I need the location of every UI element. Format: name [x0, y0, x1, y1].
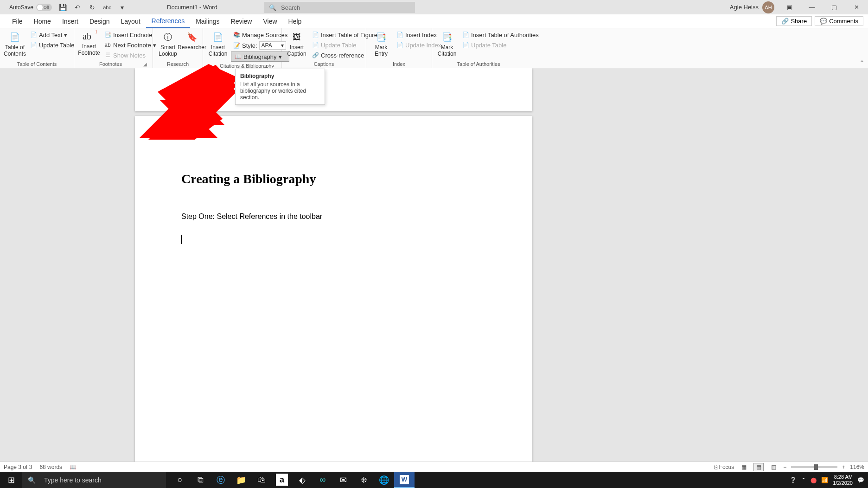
caption-icon: 🖼 — [291, 31, 303, 43]
web-layout-icon[interactable]: ▥ — [768, 463, 779, 471]
clock[interactable]: 8:28 AM 1/2/2020 — [833, 474, 853, 486]
tab-review[interactable]: Review — [225, 14, 258, 28]
add-text-button[interactable]: 📄Add Text ▾ — [28, 30, 76, 39]
word-count[interactable]: 68 words — [39, 464, 62, 470]
read-mode-icon[interactable]: ▦ — [739, 463, 749, 471]
autosave-label: AutoSave — [9, 4, 33, 11]
title-bar: AutoSave Off 💾 ↶ ↻ abc ▾ Document1 - Wor… — [0, 0, 868, 14]
word-icon[interactable]: W — [394, 472, 415, 488]
taskbar: ⊞ 🔍 Type here to search ○ ⧉ ⓔ 📁 🛍 a ⬖ ∞ … — [0, 472, 868, 488]
group-label-index: Index — [370, 60, 428, 68]
minimize-icon[interactable]: — — [805, 3, 819, 12]
insert-table-authorities-button[interactable]: 📄Insert Table of Authorities — [460, 30, 541, 39]
security-icon[interactable]: ⬤ — [811, 477, 817, 483]
table-of-contents-button[interactable]: 📄 Table of Contents — [4, 30, 26, 58]
redo-icon[interactable]: ↻ — [88, 3, 96, 12]
tray-expand-icon[interactable]: ⌃ — [801, 477, 806, 483]
switch-off-icon[interactable]: Off — [36, 4, 52, 11]
document-page[interactable]: Creating a Bibliography Step One: Select… — [135, 116, 532, 471]
document-area: Creating a Bibliography Step One: Select… — [0, 68, 868, 471]
store-icon[interactable]: 🛍 — [251, 472, 272, 488]
mark-citation-button[interactable]: 📑Mark Citation — [436, 30, 458, 58]
update-authorities-button: 📄Update Table — [460, 40, 541, 50]
citation-style-select[interactable]: 📝Style:APA ▾ — [231, 40, 289, 51]
maximize-icon[interactable]: ▢ — [827, 3, 841, 12]
smart-lookup-button[interactable]: ⓘSmart Lookup — [157, 30, 179, 58]
insert-citation-button[interactable]: 📄Insert Citation — [207, 30, 229, 58]
account-button[interactable]: Agie Heiss AH — [730, 1, 774, 13]
insert-footnote-button[interactable]: ab Insert Footnote — [78, 30, 100, 57]
show-notes-button: ☰Show Notes — [102, 51, 158, 60]
tab-mailings[interactable]: Mailings — [190, 14, 225, 28]
mark-entry-button[interactable]: 📑Mark Entry — [370, 30, 392, 58]
manage-sources-button[interactable]: 📚Manage Sources — [231, 30, 289, 39]
wifi-icon[interactable]: 📶 — [821, 477, 828, 483]
mark-citation-icon: 📑 — [441, 31, 453, 43]
cross-ref-icon: 🔗 — [312, 51, 319, 59]
collapse-ribbon-icon[interactable]: ⌃ — [860, 59, 864, 66]
mail-icon[interactable]: ✉ — [333, 472, 353, 488]
zoom-in-button[interactable]: + — [842, 464, 845, 470]
comments-button[interactable]: 💬Comments — [815, 16, 863, 26]
tab-view[interactable]: View — [257, 14, 282, 28]
tab-file[interactable]: File — [6, 14, 28, 28]
bibliography-button[interactable]: 📖Bibliography▾ — [231, 51, 289, 62]
zoom-level[interactable]: 116% — [850, 464, 864, 470]
zoom-slider[interactable] — [791, 466, 837, 468]
search-input[interactable]: 🔍 Search — [264, 2, 415, 13]
save-icon[interactable]: 💾 — [58, 3, 67, 12]
tab-insert[interactable]: Insert — [57, 14, 84, 28]
tab-home[interactable]: Home — [28, 14, 57, 28]
smart-lookup-icon: ⓘ — [162, 31, 174, 43]
researcher-button[interactable]: 🔖Researcher — [181, 30, 203, 51]
file-explorer-icon[interactable]: 📁 — [231, 472, 251, 488]
tab-help[interactable]: Help — [283, 14, 307, 28]
ribbon-display-icon[interactable]: ▣ — [783, 3, 797, 12]
book-icon[interactable]: 📖 — [70, 464, 77, 470]
customize-qat-icon[interactable]: ▾ — [118, 3, 126, 12]
chevron-down-icon: ▾ — [64, 32, 67, 39]
cortana-icon[interactable]: ○ — [170, 472, 190, 488]
tab-references[interactable]: References — [146, 14, 191, 28]
next-footnote-button[interactable]: abNext Footnote ▾ — [102, 40, 158, 50]
update-icon: 📄 — [312, 41, 319, 49]
mark-entry-icon: 📑 — [375, 31, 387, 43]
tab-layout[interactable]: Layout — [115, 14, 146, 28]
next-footnote-icon: ab — [104, 41, 111, 49]
document-title: Document1 - Word — [167, 4, 217, 11]
show-notes-icon: ☰ — [104, 51, 111, 59]
update-icon: 📄 — [396, 41, 403, 49]
help-icon[interactable]: ❔ — [790, 477, 797, 483]
share-button[interactable]: 🔗Share — [776, 16, 812, 26]
focus-mode-button[interactable]: ⎘ Focus — [714, 464, 734, 470]
app-icon[interactable]: ∞ — [313, 472, 333, 488]
taskbar-search[interactable]: 🔍 Type here to search — [22, 472, 166, 488]
spellcheck-icon[interactable]: abc — [103, 3, 111, 12]
update-table-button[interactable]: 📄Update Table — [28, 40, 76, 50]
task-view-icon[interactable]: ⧉ — [190, 472, 211, 488]
start-button[interactable]: ⊞ — [0, 472, 22, 488]
group-label-captions: Captions — [286, 60, 362, 68]
tab-design[interactable]: Design — [84, 14, 115, 28]
undo-icon[interactable]: ↶ — [73, 3, 82, 12]
print-layout-icon[interactable]: ▤ — [753, 463, 764, 471]
insert-caption-button[interactable]: 🖼Insert Caption — [286, 30, 308, 58]
tooltip-title: Bibliography — [240, 73, 320, 79]
slack-icon[interactable]: ⁜ — [353, 472, 374, 488]
close-icon[interactable]: ✕ — [849, 3, 863, 12]
group-label-toc: Table of Contents — [4, 60, 70, 68]
update-icon: 📄 — [30, 41, 37, 49]
page-count[interactable]: Page 3 of 3 — [4, 464, 32, 470]
document-heading: Creating a Bibliography — [181, 172, 486, 186]
edge-icon[interactable]: ⓔ — [211, 472, 231, 488]
notifications-icon[interactable]: 💬 — [857, 477, 864, 483]
amazon-icon[interactable]: a — [276, 474, 288, 486]
zoom-out-button[interactable]: − — [783, 464, 786, 470]
chrome-icon[interactable]: 🌐 — [374, 472, 394, 488]
autosave-toggle[interactable]: AutoSave Off — [9, 4, 52, 11]
insert-endnote-button[interactable]: 📑Insert Endnote — [102, 30, 158, 39]
status-bar: Page 3 of 3 68 words 📖 ⎘ Focus ▦ ▤ ▥ − +… — [0, 462, 868, 472]
add-text-icon: 📄 — [30, 31, 37, 39]
citation-icon: 📄 — [212, 31, 224, 43]
dropbox-icon[interactable]: ⬖ — [292, 472, 313, 488]
